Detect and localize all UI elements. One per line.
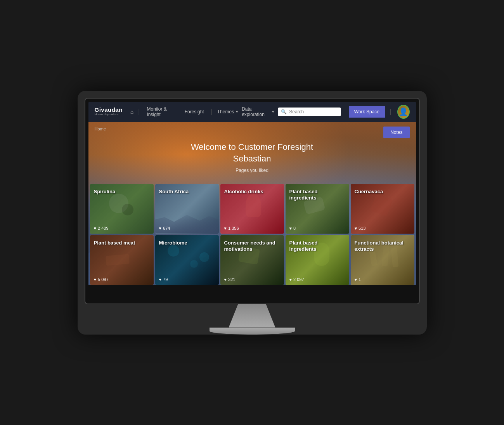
card-cuernavaca[interactable]: Cuernavaca ♥ 513 [351,184,414,234]
hero-title: Welcome to Customer Foresight Sebastian [88,141,416,165]
nav-foresight[interactable]: Foresight [182,108,206,116]
card-alcoholic-likes: ♥ 1 356 [224,226,280,231]
search-box[interactable]: 🔍 [278,108,341,116]
cards-grid-row1: Spirulina ♥ 2 409 [88,184,416,234]
card-south-africa[interactable]: South Africa ♥ 674 [155,184,219,234]
navbar: Givaudan Human by nature ⌂ | Monitor & I… [88,102,416,122]
heart-icon: ♥ [224,277,227,282]
monitor-stand-neck [229,304,275,328]
heart-icon: ♥ [289,277,292,282]
cards-section: Spirulina ♥ 2 409 [88,184,416,285]
card-plant-1-likes: ♥ 8 [289,226,345,231]
heart-icon: ♥ [289,226,292,231]
card-alcoholic-title: Alcoholic drinks [224,189,280,195]
card-cuernavaca-likes: ♥ 513 [355,226,410,231]
card-plant-meat[interactable]: Plant based meat ♥ 5 097 [90,235,154,285]
card-alcoholic-likes-count: 1 356 [228,226,239,231]
card-plant-1-title: Plant based ingredients [289,189,345,202]
monitor-stand-base [210,328,295,335]
card-plant-meat-title: Plant based meat [94,240,150,246]
screen-bezel: Givaudan Human by nature ⌂ | Monitor & I… [85,98,420,304]
data-exploration-label: Data exploration [242,106,270,117]
logo: Givaudan Human by nature [95,107,123,116]
card-microbiome-likes-count: 79 [163,277,168,282]
card-plant-meat-likes: ♥ 5 097 [94,277,150,282]
card-alcoholic-content: Alcoholic drinks ♥ 1 356 [220,184,284,234]
heart-icon: ♥ [355,277,357,282]
card-plant-2-content: Plant based ingredients ♥ 2 097 [286,235,349,285]
card-microbiome[interactable]: Microbiome ♥ 79 [155,235,219,285]
card-plant-2-likes-count: 2 097 [293,277,304,282]
card-botanical-likes: ♥ 1 [355,277,410,282]
card-spirulina-content: Spirulina ♥ 2 409 [90,184,154,234]
bottom-bar [88,285,416,300]
cards-grid-row2: Plant based meat ♥ 5 097 [88,235,416,285]
card-south-africa-content: South Africa ♥ 674 [155,184,219,234]
card-south-africa-likes-count: 674 [163,226,170,231]
logo-tagline: Human by nature [95,113,123,116]
card-microbiome-title: Microbiome [159,240,215,246]
screen: Givaudan Human by nature ⌂ | Monitor & I… [88,102,416,300]
hero-subtitle: Pages you liked [88,168,416,173]
avatar-face: 👤 [398,107,408,116]
card-consumer-content: Consumer needs and motivations ♥ 321 [220,235,284,285]
card-plant-2-title: Plant based ingredients [289,240,345,253]
themes-chevron-icon: ▼ [235,110,239,114]
card-spirulina-likes: ♥ 2 409 [94,226,150,231]
card-consumer-likes: ♥ 321 [224,277,280,282]
heart-icon: ♥ [355,226,357,231]
nav-divider-1: | [138,108,140,115]
card-botanical[interactable]: Functional botanical extracts ♥ 1 [351,235,414,285]
card-botanical-likes-count: 1 [359,277,361,282]
heart-icon: ♥ [159,277,162,282]
hero-section: Home Notes Welcome to Customer Foresight… [88,122,416,285]
heart-icon: ♥ [224,226,227,231]
card-alcoholic-drinks[interactable]: Alcoholic drinks ♥ 1 356 [220,184,284,234]
card-spirulina[interactable]: Spirulina ♥ 2 409 [90,184,154,234]
nav-monitor-insight[interactable]: Monitor & Insight [144,105,179,119]
workspace-button[interactable]: Work Space [349,106,385,118]
card-cuernavaca-title: Cuernavaca [355,189,410,195]
card-consumer-title: Consumer needs and motivations [224,240,280,253]
card-microbiome-content: Microbiome ♥ 79 [155,235,219,285]
search-input[interactable] [289,109,338,114]
nav-divider-3: | [390,108,391,115]
card-south-africa-likes: ♥ 674 [159,226,215,231]
hero-title-line1: Welcome to Customer Foresight [88,141,416,153]
breadcrumb: Home [95,127,106,131]
card-plant-1-likes-count: 8 [293,226,296,231]
card-plant-meat-content: Plant based meat ♥ 5 097 [90,235,154,285]
heart-icon: ♥ [159,226,162,231]
card-plant-meat-likes-count: 5 097 [98,277,109,282]
nav-data-exploration-dropdown[interactable]: Data exploration ▼ [242,106,275,117]
card-botanical-title: Functional botanical extracts [355,240,410,253]
data-exploration-chevron-icon: ▼ [271,110,275,114]
app: Givaudan Human by nature ⌂ | Monitor & I… [88,102,416,300]
home-icon[interactable]: ⌂ [130,109,133,115]
themes-label: Themes [217,109,234,114]
card-botanical-content: Functional botanical extracts ♥ 1 [351,235,414,285]
logo-name: Givaudan [95,107,123,113]
heart-icon: ♥ [94,277,97,282]
card-plant-ingredients-1[interactable]: Plant based ingredients ♥ 8 [286,184,349,234]
heart-icon: ♥ [94,226,97,231]
notes-button[interactable]: Notes [383,127,409,138]
monitor: Givaudan Human by nature ⌂ | Monitor & I… [78,91,427,335]
card-plant-2-likes: ♥ 2 097 [289,277,345,282]
avatar[interactable]: 👤 [397,105,409,119]
search-icon: 🔍 [281,109,287,114]
card-cuernavaca-likes-count: 513 [359,226,365,231]
card-plant-1-content: Plant based ingredients ♥ 8 [286,184,349,234]
card-consumer-likes-count: 321 [228,277,235,282]
hero-title-line2: Sebastian [88,153,416,165]
nav-themes-dropdown[interactable]: Themes ▼ [217,109,239,114]
card-spirulina-likes-count: 2 409 [98,226,109,231]
card-cuernavaca-content: Cuernavaca ♥ 513 [351,184,414,234]
nav-divider-2: | [211,108,213,115]
card-microbiome-likes: ♥ 79 [159,277,215,282]
card-plant-ingredients-2[interactable]: Plant based ingredients ♥ 2 097 [286,235,349,285]
card-consumer-needs[interactable]: Consumer needs and motivations ♥ 321 [220,235,284,285]
card-south-africa-title: South Africa [159,189,215,195]
card-spirulina-title: Spirulina [94,189,150,195]
